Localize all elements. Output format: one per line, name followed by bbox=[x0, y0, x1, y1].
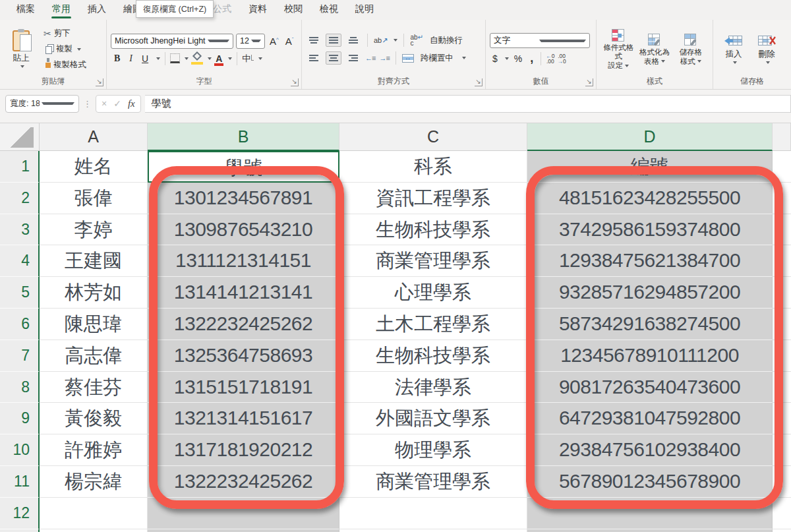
cell-department[interactable]: 資訊工程學系 bbox=[339, 183, 527, 214]
middle-align-button[interactable] bbox=[326, 34, 341, 47]
cut-button[interactable]: ✂ 剪下 bbox=[41, 26, 89, 40]
cell-department[interactable]: 商業管理學系 bbox=[339, 466, 527, 498]
number-format-dropdown[interactable]: 文字 bbox=[490, 33, 590, 48]
row-header[interactable]: 6 bbox=[0, 309, 40, 340]
paste-button[interactable]: 貼上 bbox=[4, 30, 38, 68]
row-header[interactable]: 10 bbox=[0, 434, 40, 466]
cell-name[interactable]: 楊宗緯 bbox=[40, 466, 148, 498]
dialog-launcher-icon[interactable]: ↘ bbox=[291, 78, 299, 86]
top-align-button[interactable] bbox=[306, 34, 322, 47]
copy-button[interactable]: 複製 bbox=[41, 42, 89, 56]
font-name-combobox[interactable]: Microsoft JhengHei Light bbox=[111, 34, 233, 49]
cell-name[interactable]: 林芳如 bbox=[40, 277, 148, 309]
merge-center-button[interactable]: 跨欄置中 bbox=[418, 51, 456, 65]
cell-name[interactable]: 蔡佳芬 bbox=[40, 372, 148, 403]
column-header-e-partial[interactable] bbox=[773, 123, 791, 151]
font-size-combobox[interactable]: 12 bbox=[236, 34, 265, 49]
cell-empty[interactable] bbox=[40, 529, 148, 532]
cell-department[interactable]: 外國語文學系 bbox=[339, 403, 527, 434]
bold-button[interactable]: B bbox=[111, 53, 123, 64]
tab-view[interactable]: 檢視 bbox=[311, 0, 347, 20]
cell-empty[interactable] bbox=[339, 529, 527, 532]
dialog-launcher-icon[interactable]: ↘ bbox=[96, 78, 103, 86]
cell-a1[interactable]: 姓名 bbox=[40, 151, 148, 183]
tab-insert[interactable]: 插入 bbox=[79, 0, 115, 20]
align-center-button[interactable] bbox=[326, 51, 341, 65]
cell-empty[interactable] bbox=[527, 529, 773, 532]
borders-icon[interactable] bbox=[170, 53, 180, 63]
increase-decimal-icon[interactable]: ←0.00 bbox=[546, 53, 554, 64]
cell-c1[interactable]: 科系 bbox=[339, 151, 527, 183]
cell-name[interactable]: 王建國 bbox=[40, 245, 148, 277]
row-header[interactable]: 9 bbox=[0, 403, 40, 434]
cell-empty[interactable] bbox=[773, 498, 791, 529]
column-header-d[interactable]: D bbox=[527, 123, 773, 151]
format-as-table-button[interactable]: 格式化為 表格 bbox=[637, 33, 673, 66]
insert-cells-button[interactable]: 插入 bbox=[717, 34, 750, 64]
cell-department[interactable]: 商業管理學系 bbox=[339, 245, 527, 277]
row-header[interactable]: 4 bbox=[0, 245, 40, 277]
wrap-text-button[interactable]: 自動換行 bbox=[427, 34, 465, 47]
cell-department[interactable]: 生物科技學系 bbox=[339, 340, 527, 372]
cell-name[interactable]: 陳思瑋 bbox=[40, 309, 148, 340]
enter-icon[interactable]: ✓ bbox=[113, 98, 121, 109]
name-box[interactable]: 寬度: 18.75 ... bbox=[5, 95, 79, 113]
currency-format-button[interactable]: $ bbox=[490, 53, 500, 64]
increase-indent-icon[interactable]: →≡ bbox=[379, 54, 389, 62]
cell-department[interactable]: 法律學系 bbox=[339, 372, 527, 403]
insert-function-icon[interactable]: fx bbox=[128, 98, 135, 109]
cell-empty[interactable] bbox=[339, 498, 527, 529]
cell-name[interactable]: 許雅婷 bbox=[40, 434, 148, 466]
tab-data[interactable]: 資料 bbox=[240, 0, 276, 20]
row-header[interactable]: 5 bbox=[0, 277, 40, 309]
column-header-a[interactable]: A bbox=[40, 123, 148, 151]
row-header[interactable]: 12 bbox=[0, 498, 40, 529]
fill-color-icon[interactable] bbox=[191, 53, 203, 64]
cell-name[interactable]: 黃俊毅 bbox=[40, 403, 148, 434]
row-header[interactable]: 2 bbox=[0, 183, 40, 214]
cell-name[interactable]: 高志偉 bbox=[40, 340, 148, 372]
tab-help[interactable]: 說明 bbox=[347, 0, 382, 20]
cancel-icon[interactable]: × bbox=[102, 98, 107, 109]
bottom-align-button[interactable] bbox=[345, 34, 361, 47]
percent-format-button[interactable]: % bbox=[512, 53, 525, 64]
cell-department[interactable]: 物理學系 bbox=[339, 434, 527, 466]
tab-file[interactable]: 檔案 bbox=[8, 0, 44, 20]
cell-name[interactable]: 李婷 bbox=[40, 214, 148, 246]
row-header[interactable]: 1 bbox=[0, 151, 40, 183]
column-header-c[interactable]: C bbox=[339, 123, 527, 151]
cell-empty[interactable] bbox=[40, 498, 148, 529]
row-header[interactable]: 7 bbox=[0, 340, 40, 372]
font-color-icon[interactable]: A bbox=[214, 53, 223, 64]
shrink-font-button[interactable]: Aˇ bbox=[283, 36, 296, 47]
dialog-launcher-icon[interactable]: ↘ bbox=[585, 78, 593, 86]
cell-styles-button[interactable]: 儲存格 樣式 bbox=[672, 33, 709, 66]
row-header[interactable]: 3 bbox=[0, 214, 40, 246]
decrease-decimal-icon[interactable]: .00→0 bbox=[558, 53, 566, 64]
underline-button[interactable]: U bbox=[138, 53, 152, 64]
cell-empty[interactable] bbox=[773, 529, 791, 532]
phonetic-guide-button[interactable]: 中 bbox=[242, 53, 254, 65]
column-header-b[interactable]: B bbox=[148, 123, 339, 151]
delete-cells-button[interactable]: 刪除 bbox=[750, 34, 783, 64]
cell-empty[interactable] bbox=[148, 529, 339, 532]
orientation-button[interactable]: ab↗ bbox=[374, 36, 388, 45]
row-header[interactable]: 8 bbox=[0, 372, 40, 403]
dialog-launcher-icon[interactable]: ↘ bbox=[475, 78, 483, 86]
row-header[interactable]: 13 bbox=[0, 529, 40, 532]
align-left-button[interactable] bbox=[306, 51, 322, 65]
cell-department[interactable]: 心理學系 bbox=[339, 277, 527, 309]
tab-review[interactable]: 校閱 bbox=[276, 0, 311, 20]
comma-format-button[interactable]: , bbox=[527, 51, 536, 65]
cell-name[interactable]: 張偉 bbox=[40, 183, 148, 214]
tab-home[interactable]: 常用 bbox=[44, 0, 79, 20]
select-all-button[interactable] bbox=[0, 123, 40, 151]
row-header[interactable]: 11 bbox=[0, 466, 40, 498]
decrease-indent-icon[interactable]: ←≡ bbox=[365, 54, 375, 62]
align-right-button[interactable] bbox=[345, 51, 361, 65]
cell-department[interactable]: 生物科技學系 bbox=[339, 214, 527, 246]
formula-bar-input[interactable]: 學號 bbox=[145, 95, 791, 113]
italic-button[interactable]: I bbox=[126, 53, 136, 64]
cell-department[interactable]: 土木工程學系 bbox=[339, 309, 527, 340]
conditional-formatting-button[interactable]: 條件式格式 設定 bbox=[601, 28, 637, 70]
